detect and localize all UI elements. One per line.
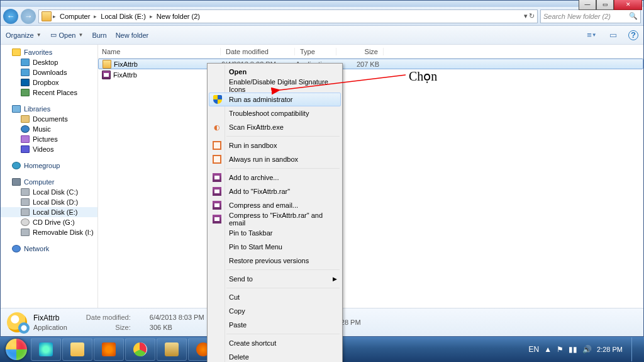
ctx-create-shortcut[interactable]: Create shortcut bbox=[209, 336, 341, 350]
ctx-delete[interactable]: Delete bbox=[209, 350, 341, 362]
sidebar-item-drive-d[interactable]: Local Disk (D:) bbox=[1, 197, 97, 207]
new-folder-button[interactable]: New folder bbox=[116, 31, 149, 39]
sidebar-libraries[interactable]: Libraries bbox=[1, 104, 97, 114]
sidebar-item-pictures[interactable]: Pictures bbox=[1, 134, 97, 144]
ctx-open[interactable]: Open bbox=[209, 65, 341, 79]
ctx-run-sandbox[interactable]: Run in sandbox bbox=[209, 139, 341, 152]
tray-lang[interactable]: EN bbox=[528, 345, 539, 354]
close-button[interactable]: ✕ bbox=[614, 0, 642, 10]
sidebar-item-videos[interactable]: Videos bbox=[1, 144, 97, 154]
shield-icon bbox=[213, 94, 223, 105]
ctx-digital-signature[interactable]: Enable/Disable Digital Signature Icons bbox=[209, 79, 341, 93]
explorer-icon bbox=[70, 342, 84, 356]
sidebar-item-documents[interactable]: Documents bbox=[1, 114, 97, 124]
sidebar-item-recent[interactable]: Recent Places bbox=[1, 88, 97, 98]
ctx-restore-versions[interactable]: Restore previous versions bbox=[209, 254, 341, 268]
breadcrumb-drive[interactable]: Local Disk (E:) bbox=[98, 13, 148, 20]
maximize-button[interactable]: ▭ bbox=[596, 0, 614, 10]
minimize-button[interactable]: — bbox=[579, 0, 596, 10]
sidebar-homegroup[interactable]: Homegroup bbox=[1, 161, 97, 171]
sidebar-item-desktop[interactable]: Desktop bbox=[1, 57, 97, 67]
ctx-add-archive[interactable]: Add to archive... bbox=[209, 171, 341, 184]
breadcrumb-dropdown[interactable]: ▾ bbox=[524, 12, 528, 20]
column-type[interactable]: Type bbox=[295, 48, 336, 55]
chevron-right-icon[interactable]: ▸ bbox=[53, 13, 56, 20]
view-button[interactable]: ≡ ▼ bbox=[586, 30, 598, 41]
taskbar-chrome[interactable] bbox=[125, 338, 155, 361]
ctx-scan[interactable]: ◐Scan FixAttrb.exe bbox=[209, 120, 341, 134]
chevron-right-icon[interactable]: ▸ bbox=[94, 13, 97, 20]
ctx-pin-taskbar[interactable]: Pin to Taskbar bbox=[209, 226, 341, 240]
chevron-right-icon[interactable]: ▸ bbox=[150, 13, 153, 20]
taskbar-media[interactable] bbox=[94, 338, 124, 361]
sidebar-item-drive-e[interactable]: Local Disk (E:) bbox=[1, 207, 97, 217]
ctx-add-rar[interactable]: Add to "FixAttrb.rar" bbox=[209, 184, 341, 198]
computer-icon bbox=[12, 178, 21, 186]
details-filename: FixAttrb bbox=[33, 314, 67, 322]
ctx-pin-start[interactable]: Pin to Start Menu bbox=[209, 240, 341, 254]
videos-icon bbox=[21, 145, 30, 153]
sidebar-item-music[interactable]: Music bbox=[1, 124, 97, 134]
ctx-troubleshoot[interactable]: Troubleshoot compatibility bbox=[209, 106, 341, 120]
titlebar[interactable]: — ▭ ✕ bbox=[1, 1, 643, 7]
open-button[interactable]: ▭Open▼ bbox=[50, 31, 84, 39]
search-input[interactable]: Search New folder (2) 🔍 bbox=[540, 9, 641, 23]
ctx-send-to[interactable]: Send to▶ bbox=[209, 272, 341, 286]
drive-icon bbox=[21, 188, 30, 196]
taskbar-app1[interactable] bbox=[157, 338, 187, 361]
application-icon bbox=[103, 60, 111, 69]
burn-button[interactable]: Burn bbox=[92, 31, 106, 39]
context-menu: Open Enable/Disable Digital Signature Ic… bbox=[207, 63, 343, 362]
refresh-button[interactable]: ↻ bbox=[529, 12, 535, 20]
details-filetype: Application bbox=[33, 324, 67, 331]
sidebar-favorites[interactable]: Favorites bbox=[1, 47, 97, 57]
taskbar-explorer[interactable] bbox=[62, 338, 92, 361]
organize-button[interactable]: Organize▼ bbox=[6, 31, 42, 39]
drive-icon bbox=[21, 198, 30, 206]
sidebar-item-cd-drive[interactable]: CD Drive (G:) bbox=[1, 217, 97, 227]
taskbar-ie[interactable] bbox=[31, 338, 61, 361]
sidebar-network[interactable]: Network bbox=[1, 244, 97, 254]
rar-icon bbox=[212, 214, 222, 224]
details-modified-label: Date modified: bbox=[86, 314, 131, 322]
preview-pane-button[interactable]: ▭ bbox=[607, 30, 619, 41]
breadcrumb-computer[interactable]: Computer bbox=[57, 13, 92, 20]
ctx-cut[interactable]: Cut bbox=[209, 290, 341, 304]
homegroup-icon bbox=[12, 162, 21, 169]
ctx-compress-rar-email[interactable]: Compress to "FixAttrb.rar" and email bbox=[209, 212, 341, 226]
file-row[interactable]: FixAttrb 6/4/2013 8:02 PM Application 20… bbox=[98, 59, 643, 69]
network-icon bbox=[12, 245, 21, 252]
tray-up-icon[interactable]: ▲ bbox=[544, 345, 552, 354]
column-date[interactable]: Date modified bbox=[221, 48, 295, 55]
tray-flag-icon[interactable]: ⚑ bbox=[557, 345, 564, 354]
breadcrumb-folder[interactable]: New folder (2) bbox=[154, 13, 203, 20]
column-name[interactable]: Name bbox=[98, 48, 221, 55]
sidebar-item-drive-c[interactable]: Local Disk (C:) bbox=[1, 187, 97, 197]
tray-clock[interactable]: 2:28 PM bbox=[597, 346, 623, 354]
tray-network-icon[interactable]: ▮▮ bbox=[569, 345, 577, 354]
forward-button[interactable]: → bbox=[21, 9, 36, 24]
system-tray: EN ▲ ⚑ ▮▮ 🔊 2:28 PM bbox=[528, 337, 641, 361]
dropbox-icon bbox=[21, 79, 30, 86]
sidebar-item-dropbox[interactable]: Dropbox bbox=[1, 77, 97, 88]
breadcrumb[interactable]: ▸ Computer ▸ Local Disk (E:) ▸ New folde… bbox=[38, 9, 538, 23]
column-size[interactable]: Size bbox=[336, 48, 384, 55]
help-button[interactable]: ? bbox=[628, 30, 638, 40]
ctx-always-sandbox[interactable]: Always run in sandbox bbox=[209, 152, 341, 166]
tray-volume-icon[interactable]: 🔊 bbox=[582, 345, 592, 354]
documents-icon bbox=[21, 115, 30, 123]
sidebar-item-downloads[interactable]: Downloads bbox=[1, 67, 97, 77]
sidebar-computer[interactable]: Computer bbox=[1, 177, 97, 187]
ctx-paste[interactable]: Paste bbox=[209, 318, 341, 332]
desktop-icon bbox=[21, 59, 30, 66]
ctx-copy[interactable]: Copy bbox=[209, 304, 341, 318]
ctx-run-as-admin[interactable]: Run as administrator bbox=[209, 93, 341, 106]
rar-icon bbox=[102, 71, 111, 79]
pictures-icon bbox=[21, 135, 30, 143]
show-desktop-button[interactable] bbox=[631, 337, 638, 361]
back-button[interactable]: ← bbox=[3, 9, 18, 24]
file-row[interactable]: FixAttrb bbox=[98, 69, 643, 80]
ctx-compress-email[interactable]: Compress and email... bbox=[209, 198, 341, 212]
start-button[interactable] bbox=[3, 338, 30, 361]
sidebar-item-removable[interactable]: Removable Disk (I:) bbox=[1, 227, 97, 237]
